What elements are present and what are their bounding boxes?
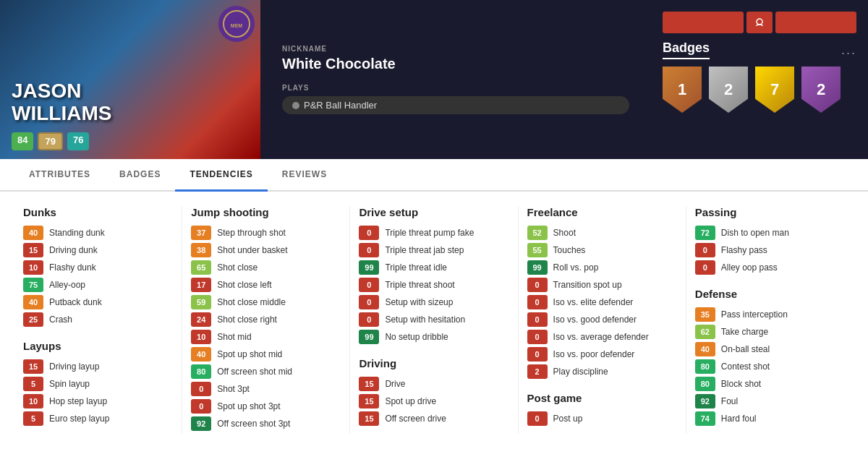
stat-label: Setup with hesitation	[385, 315, 465, 325]
stat-label: Off screen shot 3pt	[217, 419, 290, 429]
badges-panel: Badges ... 1 2 7 2	[651, 0, 868, 159]
stat-label: Crash	[49, 315, 72, 325]
list-item: 15Off screen drive	[359, 411, 509, 426]
list-item: 15Drive	[359, 377, 509, 391]
list-item: 5Spin layup	[23, 377, 173, 391]
stat-value-badge: 35	[695, 307, 715, 322]
stat-value-badge: 40	[191, 347, 211, 362]
stat-label: Shoot	[553, 228, 576, 238]
stat-label: No setup dribble	[385, 332, 448, 342]
stat-label: Flashy pass	[721, 245, 767, 255]
list-item: 40Putback dunk	[23, 295, 173, 309]
column-freelance: Freelance 52Shoot55Touches99Roll vs. pop…	[519, 206, 686, 434]
tab-attributes[interactable]: ATTRIBUTES	[14, 159, 105, 192]
stat-label: Triple threat pump fake	[385, 228, 474, 238]
stat-value-badge: 65	[191, 260, 211, 275]
svg-text:MEM: MEM	[231, 23, 243, 28]
driving-title: Driving	[359, 357, 509, 369]
list-item: 0Iso vs. elite defender	[527, 295, 677, 309]
stat-value-badge: 0	[527, 295, 548, 309]
list-item: 80Contest shot	[695, 359, 845, 374]
stat-label: Euro step layup	[49, 414, 109, 424]
badges-more-icon[interactable]: ...	[841, 43, 856, 58]
list-item: 40On-ball steal	[695, 342, 845, 356]
stat-value-badge: 72	[695, 226, 715, 240]
list-item: 72Dish to open man	[695, 226, 845, 240]
list-item: 0Spot up shot 3pt	[191, 399, 341, 414]
stat-label: Touches	[553, 245, 586, 255]
stat-label: Spot up drive	[385, 396, 436, 406]
list-item: 2Play discipline	[527, 364, 677, 379]
stat-value-badge: 0	[527, 347, 548, 362]
stat-label: Block shot	[721, 379, 761, 389]
jump-shooting-title: Jump shooting	[191, 206, 341, 218]
list-item: 35Pass interception	[695, 307, 845, 322]
player-header: MEM JASON WILLIAMS 84 79 76 NICKNAME Whi…	[0, 0, 868, 159]
badge-gold: 7	[755, 67, 794, 113]
freelance-stats: 52Shoot55Touches99Roll vs. pop0Transitio…	[527, 226, 677, 379]
badge-purple: 2	[801, 67, 841, 113]
stat-value-badge: 40	[23, 226, 43, 240]
stat-value-badge: 0	[359, 295, 379, 309]
freelance-title: Freelance	[527, 206, 677, 218]
stat-value-badge: 0	[527, 312, 548, 327]
drive-setup-stats: 0Triple threat pump fake0Triple threat j…	[359, 226, 509, 344]
stat-value-badge: 24	[191, 312, 211, 327]
player-info-center: NICKNAME White Chocolate PLAYS P&R Ball …	[260, 0, 651, 159]
top-bar-icon	[746, 12, 773, 33]
column-jump-shooting: Jump shooting 37Step through shot38Shot …	[182, 206, 350, 434]
list-item: 17Shot close left	[191, 278, 341, 292]
stat-value-badge: 37	[191, 226, 211, 240]
stat-label: Setup with sizeup	[385, 297, 453, 307]
stat-label: Transition spot up	[553, 280, 622, 290]
stat-label: Driving layup	[49, 362, 99, 372]
stat-label: Spot up shot 3pt	[217, 401, 280, 411]
top-bar-red2	[775, 12, 856, 33]
post-game-stats: 0Post up	[527, 411, 677, 426]
stat-label: On-ball steal	[721, 344, 770, 354]
tab-reviews[interactable]: REVIEWS	[268, 159, 341, 192]
play-dot-icon	[292, 102, 299, 109]
stat-label: Spot up shot mid	[217, 349, 282, 359]
stat-value-badge: 17	[191, 278, 211, 292]
stat-value-badge: 10	[23, 260, 43, 275]
rating-84: 84	[12, 132, 33, 150]
stat-label: Play discipline	[553, 367, 608, 377]
tab-badges[interactable]: BADGES	[105, 159, 175, 192]
jump-shooting-stats: 37Step through shot38Shot under basket65…	[191, 226, 341, 431]
passing-stats: 72Dish to open man0Flashy pass0Alley oop…	[695, 226, 845, 275]
dunks-title: Dunks	[23, 206, 173, 218]
stat-value-badge: 5	[23, 411, 43, 426]
tab-tendencies[interactable]: TENDENCIES	[175, 159, 267, 192]
stat-value-badge: 99	[359, 330, 379, 344]
list-item: 62Take charge	[695, 325, 845, 339]
stat-label: Putback dunk	[49, 297, 102, 307]
stat-label: Shot close	[217, 262, 258, 273]
list-item: 10Flashy dunk	[23, 260, 173, 275]
post-game-title: Post game	[527, 392, 677, 404]
list-item: 0Iso vs. average defender	[527, 330, 677, 344]
list-item: 40Standing dunk	[23, 226, 173, 240]
driving-stats: 15Drive15Spot up drive15Off screen drive	[359, 377, 509, 426]
list-item: 15Spot up drive	[359, 394, 509, 408]
stat-value-badge: 10	[191, 330, 211, 344]
column-drive: Drive setup 0Triple threat pump fake0Tri…	[350, 206, 518, 434]
list-item: 65Shot close	[191, 260, 341, 275]
list-item: 40Spot up shot mid	[191, 347, 341, 362]
stat-label: Triple threat idle	[385, 262, 447, 273]
stat-value-badge: 0	[527, 278, 548, 292]
team-logo: MEM	[218, 6, 255, 42]
stat-value-badge: 2	[527, 364, 548, 379]
list-item: 15Driving dunk	[23, 243, 173, 257]
list-item: 0Post up	[527, 411, 677, 426]
list-item: 0Triple threat pump fake	[359, 226, 509, 240]
stat-value-badge: 15	[359, 411, 379, 426]
list-item: 0Iso vs. poor defender	[527, 347, 677, 362]
list-item: 99Triple threat idle	[359, 260, 509, 275]
play-badge[interactable]: P&R Ball Handler	[282, 96, 629, 114]
stat-label: Off screen drive	[385, 414, 446, 424]
stat-label: Drive	[385, 379, 405, 389]
list-item: 99No setup dribble	[359, 330, 509, 344]
stat-label: Iso vs. elite defender	[553, 297, 634, 307]
stat-label: Shot close left	[217, 280, 271, 290]
